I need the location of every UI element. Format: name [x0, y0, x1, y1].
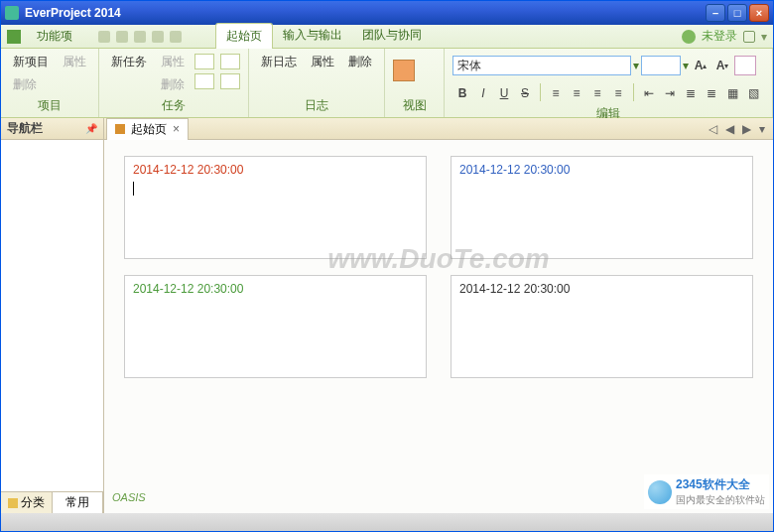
note-card[interactable]: 2014-12-12 20:30:00: [451, 275, 753, 378]
window-title: EverProject 2014: [25, 6, 706, 20]
sidebar-title: 导航栏: [7, 120, 43, 137]
italic-button[interactable]: I: [473, 83, 493, 103]
qat-btn-3[interactable]: [134, 31, 146, 43]
journal-delete-button[interactable]: 删除: [344, 52, 376, 72]
bold-button[interactable]: B: [452, 83, 472, 103]
task-delete-button[interactable]: 删除: [157, 74, 189, 95]
note-card[interactable]: 2014-12-12 20:30:00: [451, 156, 753, 259]
text-cursor: [133, 182, 134, 196]
indent-dec-button[interactable]: ⇤: [639, 83, 659, 103]
site-banner: 2345软件大全 国内最安全的软件站: [644, 474, 769, 509]
indent-inc-button[interactable]: ⇥: [660, 83, 680, 103]
highlight-color-button[interactable]: [734, 56, 756, 75]
tab-close-icon[interactable]: ×: [173, 122, 180, 136]
app-menu-icon[interactable]: [7, 30, 21, 44]
note-timestamp: 2014-12-12 20:30:00: [459, 282, 744, 296]
number-list-button[interactable]: ≣: [702, 83, 721, 103]
menubar: 功能项 起始页 输入与输出 团队与协同 未登录 ▾: [1, 25, 773, 49]
footer-logo: OASIS: [112, 491, 146, 503]
ribbon-group-journal: 新日志 属性 删除 日志: [249, 49, 385, 117]
home-icon: [115, 124, 125, 134]
document-tabs: 起始页 × ◁ ◀ ▶ ▾: [104, 118, 773, 140]
movedown-button[interactable]: [220, 73, 240, 89]
ribbon-label-task: 任务: [107, 95, 240, 114]
project-prop-button[interactable]: 属性: [59, 52, 90, 72]
new-task-button[interactable]: 新任务: [107, 52, 151, 72]
sidebar-pin-icon[interactable]: 📌: [85, 123, 97, 134]
align-justify-button[interactable]: ≡: [608, 83, 628, 103]
settings-icon[interactable]: [743, 31, 755, 43]
align-right-button[interactable]: ≡: [587, 83, 607, 103]
color-swatch[interactable]: [393, 60, 415, 81]
note-card[interactable]: 2014-12-12 20:30:00: [124, 156, 427, 259]
outdent-button[interactable]: [194, 54, 214, 69]
mascot-icon: [648, 480, 672, 504]
ribbon-label-view: 视图: [393, 95, 436, 114]
ribbon-group-edit: ▾ ▾ A▴ A▾ B I U S ≡ ≡ ≡ ≡: [445, 49, 773, 117]
insert-image-button[interactable]: ▧: [743, 83, 763, 103]
qat-btn-5[interactable]: [170, 31, 182, 43]
site-subtitle: 国内最安全的软件站: [676, 493, 765, 507]
doc-tab-label: 起始页: [131, 121, 167, 138]
close-button[interactable]: ×: [749, 4, 769, 22]
sidebar-header: 导航栏 📌: [1, 118, 103, 140]
minimize-button[interactable]: –: [706, 4, 725, 22]
new-project-button[interactable]: 新项目: [9, 52, 53, 72]
strike-button[interactable]: S: [515, 83, 535, 103]
sidebar: 导航栏 📌 分类 常用: [1, 118, 104, 513]
menu-tab-main[interactable]: 功能项: [27, 24, 82, 49]
user-icon[interactable]: [682, 30, 696, 44]
align-center-button[interactable]: ≡: [567, 83, 586, 103]
dropdown-icon[interactable]: ▾: [761, 30, 767, 44]
font-family-dropdown-icon[interactable]: ▾: [633, 59, 639, 72]
new-journal-button[interactable]: 新日志: [257, 52, 301, 72]
font-shrink-button[interactable]: A▾: [712, 56, 732, 75]
menu-tab-team[interactable]: 团队与协同: [352, 23, 432, 50]
journal-prop-button[interactable]: 属性: [307, 52, 338, 72]
note-card[interactable]: 2014-12-12 20:30:00: [124, 275, 427, 378]
canvas[interactable]: www.DuoTe.com 2014-12-12 20:30:00 2014-1…: [104, 140, 773, 513]
underline-button[interactable]: U: [494, 83, 514, 103]
app-icon: [5, 6, 19, 20]
font-family-select[interactable]: [452, 56, 631, 75]
sidebar-tab-common[interactable]: 常用: [53, 492, 104, 513]
folder-icon: [8, 498, 18, 508]
titlebar[interactable]: EverProject 2014 – □ ×: [1, 1, 773, 25]
ribbon-label-project: 项目: [9, 95, 90, 114]
indent-button[interactable]: [194, 73, 214, 89]
ribbon: 新项目 删除 属性 项目 新任务 属性 删除: [1, 49, 773, 118]
font-size-dropdown-icon[interactable]: ▾: [683, 59, 689, 72]
tab-nav-prev[interactable]: ◀: [723, 122, 736, 136]
sidebar-tree[interactable]: [1, 140, 103, 491]
menu-tab-io[interactable]: 输入与输出: [273, 23, 352, 50]
align-left-button[interactable]: ≡: [546, 83, 566, 103]
note-timestamp: 2014-12-12 20:30:00: [133, 282, 418, 296]
ribbon-group-view: 视图: [385, 49, 445, 117]
moveup-button[interactable]: [220, 54, 240, 69]
font-grow-button[interactable]: A▴: [691, 56, 710, 75]
doc-tab-start[interactable]: 起始页 ×: [106, 118, 189, 140]
sidebar-tab-category[interactable]: 分类: [1, 492, 53, 513]
tab-nav-menu[interactable]: ▾: [757, 122, 767, 136]
qat-btn-2[interactable]: [116, 31, 128, 43]
note-timestamp: 2014-12-12 20:30:00: [133, 163, 418, 177]
maximize-button[interactable]: □: [727, 4, 747, 22]
insert-table-button[interactable]: ▦: [722, 83, 742, 103]
main-area: 起始页 × ◁ ◀ ▶ ▾ www.DuoTe.com 2014-12-12 2…: [104, 118, 773, 513]
ribbon-group-task: 新任务 属性 删除 任务: [99, 49, 249, 117]
ribbon-label-journal: 日志: [257, 95, 376, 114]
project-delete-button[interactable]: 删除: [9, 74, 53, 95]
app-window: EverProject 2014 – □ × 功能项 起始页 输入与输出 团队与…: [0, 0, 774, 532]
qat-btn-4[interactable]: [152, 31, 164, 43]
bullet-list-button[interactable]: ≣: [681, 83, 701, 103]
user-status[interactable]: 未登录: [702, 28, 737, 45]
task-prop-button[interactable]: 属性: [157, 52, 189, 72]
tab-nav-next[interactable]: ▶: [740, 122, 753, 136]
menu-tab-start[interactable]: 起始页: [215, 23, 273, 50]
font-size-select[interactable]: [641, 56, 681, 75]
tab-nav-first[interactable]: ◁: [707, 122, 719, 136]
note-timestamp: 2014-12-12 20:30:00: [459, 163, 744, 177]
qat-btn-1[interactable]: [98, 31, 110, 43]
site-brand: 2345软件大全: [676, 476, 765, 493]
ribbon-group-project: 新项目 删除 属性 项目: [1, 49, 99, 117]
